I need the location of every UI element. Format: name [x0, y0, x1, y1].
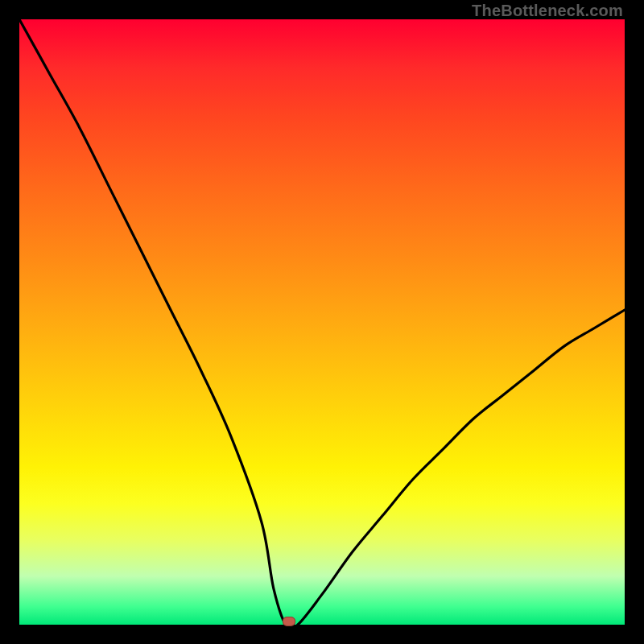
plot-area — [19, 19, 625, 625]
bottleneck-curve — [19, 19, 625, 625]
optimum-marker — [283, 617, 295, 626]
chart-frame: TheBottleneck.com — [0, 0, 644, 644]
watermark-text: TheBottleneck.com — [472, 2, 623, 20]
